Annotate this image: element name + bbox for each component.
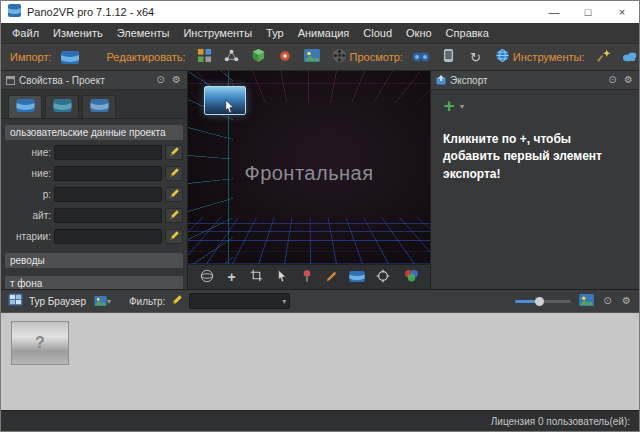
app-icon <box>8 3 21 21</box>
color-correction-button[interactable] <box>403 269 419 285</box>
pin-icon <box>302 269 312 286</box>
website-input[interactable] <box>54 208 162 223</box>
main-toolbar: Импорт: Редактировать: <box>1 43 639 71</box>
field-label: нтарии: <box>5 231 51 242</box>
import-panorama-button[interactable] <box>60 47 81 67</box>
edit-description-button[interactable] <box>165 166 183 181</box>
filter-pencil-icon <box>171 292 183 310</box>
menu-tour[interactable]: Тур <box>259 27 291 39</box>
menu-window[interactable]: Окно <box>399 27 439 39</box>
comments-input[interactable] <box>54 229 162 244</box>
pin-tool-button[interactable] <box>299 269 314 285</box>
panorama-icon <box>349 270 365 285</box>
edit-comments-button[interactable] <box>165 229 183 244</box>
select-tool-button[interactable] <box>274 269 289 285</box>
add-export-dropdown-icon[interactable]: ▾ <box>460 102 464 111</box>
app-window: Pano2VR pro 7.1.12 - x64 — □ × Файл Изме… <box>0 0 640 432</box>
tour-browser-content[interactable]: ? <box>1 312 639 410</box>
panorama-list-item[interactable]: ? <box>11 321 69 365</box>
cloud-upload-button[interactable] <box>620 47 640 67</box>
menu-animation[interactable]: Анимация <box>291 27 357 39</box>
view-mode-button[interactable]: ▾ <box>92 291 113 311</box>
menu-file[interactable]: Файл <box>5 27 46 39</box>
panorama-tab-icon <box>16 99 35 115</box>
web-output-button[interactable] <box>492 47 513 67</box>
crop-button[interactable] <box>249 269 264 285</box>
tools-group: Инструменты: <box>513 47 640 67</box>
background-section-header[interactable]: т фона <box>5 276 183 289</box>
slider-handle[interactable] <box>535 297 544 306</box>
edit-label: Редактировать: <box>107 51 186 63</box>
add-export-button[interactable]: + <box>440 97 458 115</box>
description-input[interactable] <box>54 166 162 181</box>
minimize-button[interactable]: — <box>537 1 571 23</box>
panorama-view-button[interactable] <box>349 269 365 285</box>
menu-help[interactable]: Справка <box>439 27 496 39</box>
field-label: р: <box>5 189 51 200</box>
thumbnail-view-icon <box>94 294 107 309</box>
view-mode-dropdown-icon: ▾ <box>107 297 111 306</box>
maximize-button[interactable]: □ <box>571 1 605 23</box>
properties-panel-header: Свойства - Проект ⊙ ⚙ <box>1 71 187 90</box>
export-icon <box>436 71 446 89</box>
tab-panorama[interactable] <box>45 95 79 118</box>
edit-website-button[interactable] <box>165 208 183 223</box>
patch-editor-button[interactable] <box>194 47 215 67</box>
user-data-section-header[interactable]: ользовательские данные проекта <box>5 125 183 140</box>
tab-output[interactable] <box>82 95 116 118</box>
globe-icon <box>495 48 510 66</box>
image-icon <box>304 49 320 65</box>
grid-floor <box>188 217 430 264</box>
panel-settings-icon[interactable]: ⚙ <box>621 296 632 306</box>
window-controls: — □ × <box>537 1 639 23</box>
tools-label: Инструменты: <box>513 51 585 63</box>
menu-elements[interactable]: Элементы <box>110 27 177 39</box>
field-label: айт: <box>5 210 51 221</box>
viewer-scene[interactable]: Фронтальная <box>188 71 430 264</box>
rgb-circles-icon <box>403 269 420 285</box>
field-row-title: ние: <box>5 145 183 160</box>
panel-float-icon[interactable]: ⊙ <box>155 75 166 85</box>
author-input[interactable] <box>54 187 162 202</box>
tour-map-button[interactable] <box>221 47 242 67</box>
tour-browser-title: Тур Браузер <box>29 296 86 307</box>
menu-tools[interactable]: Инструменты <box>176 27 259 39</box>
object-3d-button[interactable] <box>248 47 269 67</box>
edit-author-button[interactable] <box>165 187 183 202</box>
filter-input[interactable]: ▾ <box>189 293 290 309</box>
panel-settings-icon[interactable]: ⚙ <box>623 75 634 85</box>
device-preview-button[interactable] <box>438 47 459 67</box>
panel-float-icon[interactable]: ⊙ <box>607 75 618 85</box>
menu-cloud[interactable]: Cloud <box>356 27 399 39</box>
video-element-button[interactable] <box>329 47 350 67</box>
close-button[interactable]: × <box>605 1 639 23</box>
center-view-button[interactable] <box>375 269 391 285</box>
properties-panel: Свойства - Проект ⊙ ⚙ ользовательские да… <box>1 71 188 289</box>
refresh-preview-button[interactable]: ↻ <box>465 47 486 67</box>
tab-project[interactable] <box>8 95 42 118</box>
field-row-website: айт: <box>5 208 183 223</box>
panel-float-icon[interactable]: ⊙ <box>602 296 613 306</box>
panel-settings-icon[interactable]: ⚙ <box>171 75 182 85</box>
filter-label: Фильтр: <box>129 296 165 307</box>
menu-edit[interactable]: Изменить <box>46 27 110 39</box>
export-panel-title: Экспорт <box>450 75 488 86</box>
translations-section-header[interactable]: реводы <box>5 253 183 268</box>
sphere-view-button[interactable] <box>199 269 214 285</box>
hotspot-button[interactable] <box>275 47 296 67</box>
cube-icon <box>251 48 266 66</box>
window-title: Pano2VR pro 7.1.12 - x64 <box>27 6 154 18</box>
export-add-row: + ▾ <box>431 90 639 115</box>
thumbnail-size-slider[interactable] <box>515 300 571 303</box>
title-input[interactable] <box>54 145 162 160</box>
pencil-icon <box>169 229 180 244</box>
preview-button[interactable] <box>411 47 432 67</box>
edit-title-button[interactable] <box>165 145 183 160</box>
panorama-tab-icon <box>53 99 72 115</box>
brush-tool-button[interactable] <box>324 269 339 285</box>
film-reel-icon <box>332 48 347 66</box>
image-element-button[interactable] <box>302 47 323 67</box>
view-group: Просмотр: ↻ <box>350 47 513 67</box>
magic-wand-button[interactable] <box>593 47 614 67</box>
add-node-button[interactable]: + <box>224 269 239 285</box>
